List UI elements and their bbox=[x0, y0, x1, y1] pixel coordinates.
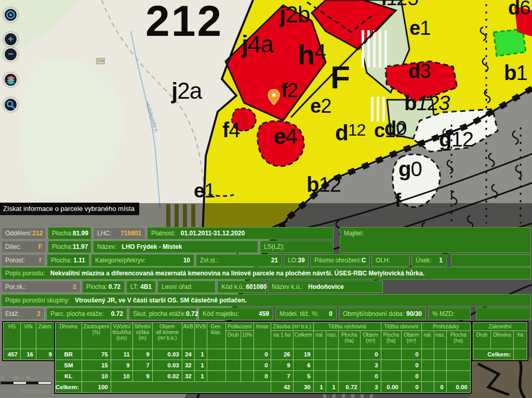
col-tv-nal: nal. bbox=[313, 331, 326, 349]
map-label: b123 bbox=[404, 92, 449, 113]
map-label: j2b bbox=[280, 3, 310, 26]
col-vek: Věk bbox=[21, 323, 36, 349]
col-drevina: Dřevina bbox=[56, 323, 82, 349]
field-plocha-dilec: Plocha:11.97 bbox=[48, 241, 91, 253]
col-pr-nas: nas. bbox=[434, 331, 446, 349]
field-kod-majetku: Kód majetku:459 bbox=[198, 308, 273, 320]
map-label: e1 bbox=[409, 18, 430, 38]
map-scale-ticks: 02550 bbox=[1, 376, 53, 380]
plus-icon: + bbox=[8, 34, 14, 44]
locate-icon bbox=[6, 10, 16, 20]
field-plocha-porost: Plocha:1.11 bbox=[47, 254, 89, 267]
col-objem-kmene: Objem stř.kmene (m³ b.k.) bbox=[152, 323, 182, 349]
stand-summary-table: HS Věk Zakm. 457169 bbox=[3, 322, 55, 360]
table-row-total: Celkem: 100 4230 11 0.723 0.000 0 0.00 bbox=[56, 382, 471, 393]
field-plocha-oddeleni: Plocha:81.99 bbox=[48, 227, 91, 240]
col-gen-klas: Gen. klas. bbox=[207, 323, 225, 349]
field-pasmo: Pásmo ohrožení:C bbox=[310, 254, 370, 267]
field-porsk: Por.sk.:2 bbox=[1, 281, 81, 293]
map-label: h4 bbox=[298, 41, 326, 69]
colgroup-poskozeni: Poškození bbox=[225, 323, 254, 331]
colgroup-tezba-obnovni: Těžba obnovní bbox=[381, 323, 421, 331]
col-tv-objem: Objem (m³) bbox=[360, 331, 381, 349]
field-porost: Porost:f bbox=[1, 254, 45, 267]
field-popis-porostu: Popis porostu:Nekvalitní mlazina a difer… bbox=[1, 267, 531, 280]
field-usek: Úsek:1 bbox=[411, 254, 447, 267]
zoom-out-button[interactable]: − bbox=[4, 47, 18, 61]
field-nazev-ku: Název k.ú.:Hodoňovice bbox=[268, 281, 383, 293]
map-label: f bbox=[395, 191, 401, 210]
field-filler-r3 bbox=[451, 254, 531, 267]
field-obmyti: Obmýtí/obnovní doba:90/30 bbox=[339, 308, 426, 320]
map-label: d12 bbox=[335, 122, 365, 144]
col-avb: AVB bbox=[182, 323, 194, 349]
map-tooltip: Získat informace o parcele vybraného mís… bbox=[0, 203, 139, 215]
field-lt: LT:4B1 bbox=[126, 281, 156, 293]
app-window: ✱ 212 j2b j4a h4 F f2 e2 j2a f4 e4 e1 d1… bbox=[0, 0, 532, 398]
map-label: f123 bbox=[381, 0, 418, 8]
field-popis-skupiny: Popis porostní skupiny:Vtroušený JR, ve … bbox=[1, 294, 531, 307]
search-icon bbox=[6, 100, 15, 109]
map-label: b12 bbox=[307, 174, 341, 195]
table-row-zal-total: Celkem: bbox=[473, 349, 527, 360]
map-label: d6 bbox=[508, 0, 530, 18]
field-etaz: Etáž:2 bbox=[1, 308, 45, 320]
col-na-1-ha: na 1 ha bbox=[271, 331, 293, 349]
map-label: 212 bbox=[145, 0, 223, 43]
colgroup-prorezavky: Prořezávky bbox=[421, 323, 470, 331]
col-pr-plocha: Plocha (ha) bbox=[446, 331, 470, 349]
map-label: d3 bbox=[408, 61, 430, 81]
col-rvb: RVB bbox=[194, 323, 207, 349]
field-mzd: % MZD: bbox=[428, 308, 471, 320]
field-plocha-porsk: Plocha:0.72 bbox=[82, 281, 125, 293]
field-dilec: Dílec:F bbox=[1, 241, 46, 253]
species-table: Dřevina Zastoupení (%) Výčetní tloušťka … bbox=[55, 322, 471, 393]
layers-button[interactable] bbox=[4, 73, 18, 87]
map-scale-bar bbox=[1, 382, 51, 384]
col-zal-drevina: Dřevina bbox=[491, 331, 514, 349]
map-label: j2a bbox=[171, 79, 202, 102]
zalesneni-table: Zalesnění Druh Dřevina ha Celkem: bbox=[473, 322, 527, 360]
locate-button[interactable] bbox=[4, 8, 18, 22]
map-label: e2 bbox=[310, 96, 331, 116]
field-kod-ku: Kód k.ú.:601080 bbox=[217, 281, 266, 293]
map-label: j4a bbox=[242, 32, 273, 56]
minus-icon: − bbox=[8, 49, 14, 59]
map-label: f2 bbox=[281, 81, 298, 100]
layers-icon bbox=[6, 75, 16, 85]
table-row-kl: KL10 109 0.0232 1 07 5 0 0 bbox=[56, 371, 471, 382]
col-tv-nas: nas. bbox=[326, 331, 338, 349]
map-label: f4 bbox=[222, 120, 240, 140]
field-model-tez: Model. těž. %:0 bbox=[275, 308, 337, 320]
field-zvlst: Zvl.st.:21 bbox=[196, 254, 282, 267]
col-tv-plocha: Plocha (ha) bbox=[338, 331, 360, 349]
field-skut-plocha: Skut. plocha etáže:0.72 bbox=[129, 308, 197, 320]
zoom-in-button[interactable]: + bbox=[4, 32, 18, 46]
map-label: d0 bbox=[384, 118, 406, 138]
search-button[interactable] bbox=[4, 98, 18, 112]
map-label: g0 bbox=[398, 158, 422, 179]
col-to-objem: Objem (m³) bbox=[401, 331, 421, 349]
field-kategorie: Kategorie/překryv:10 bbox=[91, 254, 194, 267]
field-filler-r7 bbox=[476, 308, 531, 320]
field-lesni-urad: Lesní úřad: bbox=[157, 281, 216, 293]
map-label: e4 bbox=[274, 126, 297, 148]
col-imise: Imise bbox=[254, 323, 271, 349]
colgroup-zalesneni: Zalesnění bbox=[473, 323, 527, 331]
table-row: 457169 bbox=[4, 349, 55, 360]
field-lhc: LHC:715801 bbox=[93, 227, 145, 240]
table-row-br: BR75 119 0.0324 1 026 19 0 0 bbox=[56, 349, 471, 360]
field-oddeleni: Oddělení:212 bbox=[1, 227, 46, 240]
colgroup-tezba-vychovna: Těžba výchovná bbox=[313, 323, 381, 331]
map-label: 178 bbox=[98, 59, 103, 62]
map-label: g12 bbox=[439, 129, 473, 150]
col-stredni: Střední výška (m) bbox=[132, 323, 152, 349]
col-zastoupeni: Zastoupení (%) bbox=[82, 323, 111, 349]
col-hs: HS bbox=[4, 323, 21, 349]
col-to-plocha: Plocha (ha) bbox=[381, 331, 401, 349]
col-zakm: Zakm. bbox=[36, 323, 55, 349]
map-label: F bbox=[330, 61, 352, 94]
svg-text:✱: ✱ bbox=[271, 92, 276, 98]
field-lslz: LS(LZ): bbox=[260, 241, 334, 253]
col-posk-10pct: 10% bbox=[241, 331, 254, 349]
